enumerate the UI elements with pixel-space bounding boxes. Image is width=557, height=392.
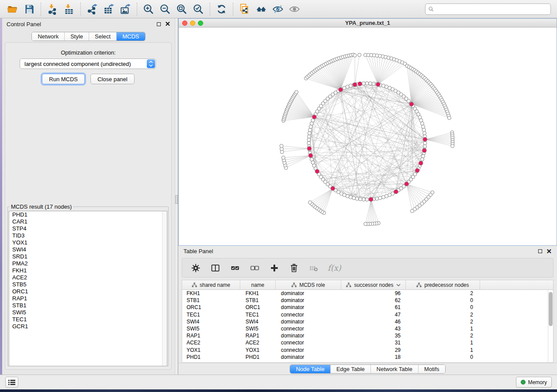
tab-node-table[interactable]: Node Table: [290, 365, 330, 373]
import-network-button[interactable]: [44, 1, 61, 17]
tab-network[interactable]: Network: [32, 32, 64, 41]
table-row[interactable]: RAP1RAP1dominator352: [182, 332, 548, 339]
table-row[interactable]: SWI4SWI4dominator462: [182, 318, 548, 325]
float-panel-icon[interactable]: [538, 249, 542, 253]
mcds-result-item[interactable]: CAR1: [9, 218, 167, 225]
zoom-selected-icon: [193, 3, 204, 15]
tab-style[interactable]: Style: [64, 32, 89, 41]
column-header-name[interactable]: name: [240, 280, 276, 289]
create-column-button[interactable]: [269, 262, 280, 274]
vertical-splitter[interactable]: [175, 18, 178, 375]
tab-select[interactable]: Select: [89, 32, 116, 41]
maximize-window-icon[interactable]: [198, 21, 203, 26]
column-header-predecessor-nodes[interactable]: predecessor nodes: [406, 280, 480, 289]
cell-successor-nodes: 43: [341, 325, 406, 332]
mcds-result-item[interactable]: STP4: [9, 225, 167, 232]
task-history-button[interactable]: [5, 377, 18, 388]
refresh-icon: [216, 3, 227, 15]
cell-predecessor-nodes: 1: [406, 347, 480, 354]
main-area: Control Panel ✕ Network Style Select MCD…: [0, 18, 557, 375]
sort-chevron-icon: [396, 284, 401, 286]
table-row[interactable]: ACE2ACE2connector311: [182, 339, 548, 346]
table-row[interactable]: SWI5SWI5connector431: [182, 325, 548, 332]
mcds-result-item[interactable]: SWI5: [9, 309, 167, 316]
column-header-successor-nodes[interactable]: successor nodes: [341, 280, 406, 289]
table-settings-button[interactable]: [190, 262, 201, 274]
delete-table-icon: [309, 263, 318, 273]
table-tab-bar: Node Table Edge Table Network Table Moti…: [290, 364, 445, 374]
hide-selected-button[interactable]: [270, 1, 286, 17]
zoom-in-button[interactable]: [140, 1, 157, 17]
tab-edge-table[interactable]: Edge Table: [330, 365, 370, 373]
zoom-fit-button[interactable]: [173, 1, 190, 17]
mcds-result-item[interactable]: TID3: [9, 232, 167, 239]
zoom-out-button[interactable]: [157, 1, 173, 17]
close-panel-button[interactable]: Close panel: [90, 74, 135, 84]
table-row[interactable]: YOX1YOX1connector291: [182, 347, 548, 354]
close-panel-icon[interactable]: ✕: [546, 249, 552, 254]
delete-column-button[interactable]: [288, 262, 300, 274]
mcds-result-item[interactable]: GCR1: [9, 323, 167, 330]
close-panel-icon[interactable]: ✕: [165, 22, 170, 26]
delete-table-button[interactable]: [308, 262, 319, 274]
mcds-result-item[interactable]: TEC1: [9, 316, 167, 323]
optimization-criterion-dropdown[interactable]: largest connected component (undirected): [20, 58, 156, 69]
mcds-result-item[interactable]: YOX1: [9, 239, 167, 246]
mcds-result-item[interactable]: PMA2: [9, 260, 167, 267]
open-file-button[interactable]: [4, 1, 21, 17]
minimize-window-icon[interactable]: [190, 21, 195, 26]
column-header-shared-name[interactable]: shared name: [182, 280, 240, 289]
tab-network-table[interactable]: Network Table: [370, 365, 418, 373]
mcds-result-item[interactable]: ORC1: [9, 288, 167, 295]
cell-name: ACE2: [240, 339, 276, 346]
cell-shared-name: TEC1: [182, 311, 240, 318]
export-image-button[interactable]: [117, 1, 134, 17]
save-session-button[interactable]: [21, 1, 38, 17]
close-window-icon[interactable]: [182, 21, 187, 26]
mcds-list-scrollbar[interactable]: [162, 211, 167, 366]
memory-label: Memory: [528, 379, 547, 385]
cell-successor-nodes: 35: [341, 332, 406, 339]
run-mcds-button[interactable]: Run MCDS: [42, 74, 85, 84]
show-all-button[interactable]: [286, 1, 303, 17]
mcds-result-item[interactable]: STB5: [9, 281, 167, 288]
tab-motifs[interactable]: Motifs: [418, 365, 445, 373]
cell-name: ORC1: [240, 304, 276, 311]
table-row[interactable]: PHD1PHD1dominator180: [182, 354, 548, 361]
table-scrollbar-thumb[interactable]: [549, 292, 553, 326]
show-columns-button[interactable]: [210, 262, 221, 274]
table-row[interactable]: TEC1TEC1connector472: [182, 311, 548, 318]
mcds-result-item[interactable]: SRD1: [9, 253, 167, 260]
tab-mcds[interactable]: MCDS: [116, 32, 145, 41]
mcds-result-item[interactable]: PHD1: [9, 211, 167, 218]
select-all-rows-button[interactable]: [229, 262, 241, 274]
table-row[interactable]: FKH1FKH1dominator962: [182, 290, 548, 297]
eye-slash-icon: [272, 3, 284, 15]
mcds-result-item[interactable]: STB1: [9, 302, 167, 309]
deselect-all-rows-button[interactable]: [249, 262, 260, 274]
gear-icon: [191, 263, 201, 273]
memory-button[interactable]: Memory: [516, 377, 552, 388]
apply-layout-button[interactable]: [213, 1, 230, 17]
column-header-mcds-role[interactable]: MCDS role: [276, 280, 341, 289]
import-table-button[interactable]: [61, 1, 77, 17]
export-network-button[interactable]: [84, 1, 100, 17]
network-graph[interactable]: [179, 28, 557, 245]
export-table-button[interactable]: [100, 1, 117, 17]
new-network-from-selection-button[interactable]: [236, 1, 253, 17]
table-row[interactable]: ORC1ORC1dominator610: [182, 304, 548, 311]
network-titlebar[interactable]: YPA_prune.txt_1: [179, 19, 557, 28]
function-builder-button[interactable]: f(x): [328, 263, 341, 272]
mcds-result-item[interactable]: RAP1: [9, 295, 167, 302]
table-header-row: shared name name MCDS role successor nod…: [182, 280, 553, 290]
table-scrollbar[interactable]: [548, 290, 553, 362]
zoom-selected-button[interactable]: [190, 1, 207, 17]
first-neighbors-button[interactable]: [253, 1, 270, 17]
mcds-result-item[interactable]: ACE2: [9, 274, 167, 281]
table-row[interactable]: STB1STB1dominator620: [182, 297, 548, 304]
mcds-result-item[interactable]: FKH1: [9, 267, 167, 274]
search-input[interactable]: [425, 3, 551, 15]
float-panel-icon[interactable]: [157, 22, 161, 26]
mcds-result-item[interactable]: SWI4: [9, 246, 167, 253]
splitter-handle[interactable]: [175, 195, 178, 204]
